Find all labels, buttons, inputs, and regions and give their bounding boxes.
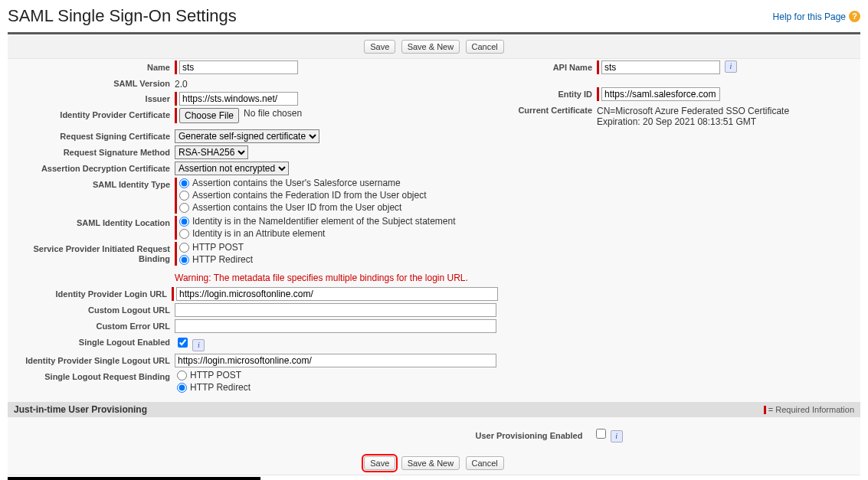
custom-logout-url-label: Custom Logout URL <box>88 305 170 315</box>
footer-strip <box>8 477 260 480</box>
idp-cert-label: Identity Provider Certificate <box>60 110 170 119</box>
entity-id-label: Entity ID <box>558 90 592 99</box>
api-name-input[interactable] <box>601 60 720 74</box>
api-name-label: API Name <box>553 63 592 72</box>
name-label: Name <box>147 63 170 72</box>
idp-slo-url-input[interactable] <box>175 354 496 367</box>
saml-version-value: 2.0 <box>175 77 498 90</box>
saml-id-loc-option-1: Identity is in an Attribute element <box>192 228 325 240</box>
header-divider <box>8 32 860 34</box>
current-cert-label: Current Certificate <box>518 106 592 115</box>
cancel-button-bottom[interactable]: Cancel <box>466 456 504 470</box>
slo-binding-option-0: HTTP POST <box>190 370 241 381</box>
info-icon[interactable]: i <box>192 339 205 351</box>
slo-binding-option-1: HTTP Redirect <box>190 382 251 393</box>
single-logout-enabled-label: Single Logout Enabled <box>79 338 170 347</box>
saml-id-loc-radio-0[interactable] <box>179 217 189 227</box>
saml-id-type-option-2: Assertion contains the User ID from the … <box>192 202 401 214</box>
entity-id-input[interactable] <box>601 87 720 101</box>
info-icon[interactable]: i <box>611 430 623 442</box>
issuer-label: Issuer <box>146 94 170 103</box>
binding-warning: Warning: The metadata file specifies mul… <box>175 273 498 283</box>
bottom-button-bar: Save Save & New Cancel <box>8 452 860 475</box>
saml-id-type-label: SAML Identity Type <box>93 180 170 189</box>
saml-id-type-option-1: Assertion contains the Federation ID fro… <box>192 190 426 201</box>
req-sign-cert-label: Request Signing Certificate <box>60 132 170 141</box>
issuer-input[interactable] <box>179 92 298 106</box>
current-cert-line1: CN=Microsoft Azure Federated SSO Certifi… <box>597 106 860 116</box>
save-button-top[interactable]: Save <box>364 40 395 54</box>
sp-binding-option-0: HTTP POST <box>192 242 244 253</box>
user-provisioning-enabled-label: User Provisioning Enabled <box>245 431 590 440</box>
single-logout-enabled-checkbox[interactable] <box>178 338 188 348</box>
jit-section-title: Just-in-time User Provisioning <box>14 404 147 415</box>
req-sig-method-label: Request Signature Method <box>64 148 170 157</box>
help-link[interactable]: Help for this Page ? <box>773 11 860 22</box>
saml-id-loc-option-0: Identity is in the NameIdentifier elemen… <box>192 216 456 227</box>
saml-id-loc-label: SAML Identity Location <box>77 218 170 227</box>
name-input[interactable] <box>179 60 298 74</box>
slo-binding-radio-0[interactable] <box>177 371 187 380</box>
no-file-text: No file chosen <box>244 108 302 123</box>
cancel-button-top[interactable]: Cancel <box>466 40 504 54</box>
idp-slo-url-label: Identity Provider Single Logout URL <box>25 356 170 365</box>
current-cert-line2: Expiration: 20 Sep 2021 08:13:51 GMT <box>597 116 860 127</box>
page-title: SAML Single Sign-On Settings <box>8 6 237 26</box>
sp-binding-radio-0[interactable] <box>179 243 189 253</box>
slo-binding-radio-1[interactable] <box>177 383 187 393</box>
jit-section-header: Just-in-time User Provisioning = Require… <box>8 402 860 417</box>
save-and-new-button-bottom[interactable]: Save & New <box>401 456 460 470</box>
help-icon: ? <box>849 11 860 22</box>
custom-logout-url-input[interactable] <box>175 303 496 317</box>
save-and-new-button-top[interactable]: Save & New <box>401 40 460 54</box>
help-link-text: Help for this Page <box>773 11 846 22</box>
info-icon[interactable]: i <box>725 60 737 73</box>
idp-login-url-input[interactable] <box>176 287 498 301</box>
save-button-bottom[interactable]: Save <box>364 456 395 470</box>
req-sig-method-select[interactable]: RSA-SHA256 <box>175 145 248 159</box>
assert-dec-cert-label: Assertion Decryption Certificate <box>41 164 170 173</box>
saml-id-type-option-0: Assertion contains the User's Salesforce… <box>192 178 401 189</box>
top-button-bar: Save Save & New Cancel <box>8 35 860 59</box>
req-sign-cert-select[interactable]: Generate self-signed certificate <box>175 129 319 143</box>
sp-binding-label: Service Provider Initiated Request Bindi… <box>33 244 170 263</box>
sp-binding-option-1: HTTP Redirect <box>192 254 253 266</box>
saml-version-label: SAML Version <box>113 79 170 88</box>
saml-id-loc-radio-1[interactable] <box>179 229 189 239</box>
required-info-legend: = Required Information <box>764 405 854 415</box>
saml-id-type-radio-2[interactable] <box>179 203 189 213</box>
saml-id-type-radio-1[interactable] <box>179 191 189 201</box>
idp-login-url-label: Identity Provider Login URL <box>56 289 167 299</box>
choose-file-button[interactable]: Choose File <box>179 108 239 123</box>
assert-dec-cert-select[interactable]: Assertion not encrypted <box>175 162 289 175</box>
saml-id-type-radio-0[interactable] <box>179 178 189 188</box>
slo-binding-label: Single Logout Request Binding <box>44 372 170 381</box>
custom-error-url-label: Custom Error URL <box>96 322 170 331</box>
user-provisioning-enabled-checkbox[interactable] <box>596 429 606 439</box>
custom-error-url-input[interactable] <box>175 319 496 333</box>
sp-binding-radio-1[interactable] <box>179 255 189 265</box>
